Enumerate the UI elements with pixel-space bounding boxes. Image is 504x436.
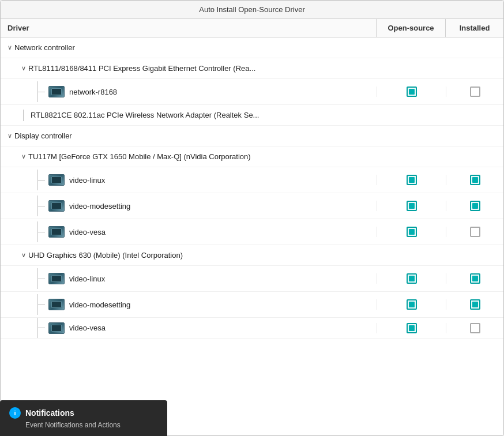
col-opensource: Open-source (377, 19, 446, 37)
uhd630-label: UHD Graphics 630 (Mobile) (Intel Corpora… (28, 251, 183, 260)
driver-row-video-vesa-nvidia: video-vesa (1, 219, 503, 245)
driver-icon-video-modesetting-intel (48, 299, 65, 310)
tu117m-label: TU117M [GeForce GTX 1650 Mobile / Max-Q]… (28, 152, 251, 161)
category-row-network: ∨ Network controller (1, 37, 503, 58)
network-controller-label: Network controller (14, 43, 75, 52)
driver-label-video-modesetting-intel: video-modesetting (69, 300, 130, 309)
driver-row-video-modesetting-intel: video-modesetting (1, 292, 503, 318)
checkbox-installed-video-vesa-nvidia[interactable] (470, 227, 480, 237)
checkbox-opensource-video-vesa-intel[interactable] (407, 323, 417, 333)
driver-icon-video-linux-nvidia (48, 174, 65, 186)
notification-title-row: i Notifications (9, 407, 158, 419)
chevron-tu117m[interactable]: ∨ (19, 153, 28, 160)
driver-icon-video-vesa-nvidia (48, 226, 65, 238)
notification-bar[interactable]: i Notifications Event Notifications and … (0, 400, 167, 436)
driver-row-network-r8168: network-r8168 (1, 79, 503, 105)
driver-label-video-modesetting-nvidia: video-modesetting (69, 202, 130, 211)
checkbox-opensource-video-modesetting-nvidia[interactable] (407, 201, 417, 211)
rtl8111-label: RTL8111/8168/8411 PCI Express Gigabit Et… (28, 64, 255, 73)
driver-icon-video-linux-intel (48, 273, 65, 284)
driver-icon-video-vesa-intel (48, 322, 65, 334)
checkbox-opensource-video-modesetting-intel[interactable] (407, 299, 417, 310)
display-controller-label: Display controller (14, 131, 72, 140)
subcategory-row-uhd630: ∨ UHD Graphics 630 (Mobile) (Intel Corpo… (1, 245, 503, 266)
rtl8821-label: RTL8821CE 802.11ac PCIe Wireless Network… (31, 111, 259, 119)
chevron-rtl8111[interactable]: ∨ (19, 65, 28, 72)
main-window: Auto Install Open-Source Driver Driver O… (0, 0, 504, 436)
table-header: Driver Open-source Installed (1, 19, 503, 37)
driver-row-video-linux-nvidia: video-linux (1, 167, 503, 193)
driver-label-video-linux-nvidia: video-linux (69, 176, 105, 185)
notification-subtitle: Event Notifications and Actions (25, 421, 158, 429)
driver-row-video-vesa-intel: video-vesa (1, 318, 503, 339)
checkbox-installed-r8168[interactable] (470, 87, 480, 97)
chevron-uhd630[interactable]: ∨ (19, 251, 28, 259)
subcategory-row-tu117m: ∨ TU117M [GeForce GTX 1650 Mobile / Max-… (1, 146, 503, 167)
driver-label-network-r8168: network-r8168 (69, 88, 117, 96)
checkbox-installed-video-vesa-intel[interactable] (470, 323, 480, 333)
category-row-display: ∨ Display controller (1, 126, 503, 146)
chevron-display[interactable]: ∨ (5, 132, 14, 140)
driver-row-video-modesetting-nvidia: video-modesetting (1, 193, 503, 219)
title-bar: Auto Install Open-Source Driver (1, 1, 503, 19)
driver-label-video-vesa-intel: video-vesa (69, 324, 106, 332)
driver-list: ∨ Network controller ∨ RTL8111/8168/8411… (1, 37, 503, 435)
subcategory-row-rtl8821: RTL8821CE 802.11ac PCIe Wireless Network… (1, 105, 503, 126)
driver-row-video-linux-intel: video-linux (1, 266, 503, 292)
checkbox-installed-video-linux-nvidia[interactable] (470, 175, 480, 185)
checkbox-opensource-video-linux-intel[interactable] (407, 273, 417, 284)
checkbox-opensource-r8168[interactable] (407, 87, 417, 97)
checkbox-opensource-video-linux-nvidia[interactable] (407, 175, 417, 185)
col-driver: Driver (1, 19, 377, 37)
notification-title-text: Notifications (25, 408, 74, 418)
driver-label-video-vesa-nvidia: video-vesa (69, 228, 106, 236)
checkbox-installed-video-modesetting-nvidia[interactable] (470, 201, 480, 211)
notification-icon: i (9, 407, 21, 419)
checkbox-installed-video-linux-intel[interactable] (470, 273, 480, 284)
driver-label-video-linux-intel: video-linux (69, 275, 105, 283)
chevron-network[interactable]: ∨ (5, 44, 14, 51)
subcategory-row-rtl8111: ∨ RTL8111/8168/8411 PCI Express Gigabit … (1, 58, 503, 79)
driver-icon-video-modesetting-nvidia (48, 200, 65, 212)
checkbox-installed-video-modesetting-intel[interactable] (470, 299, 480, 310)
checkbox-opensource-video-vesa-nvidia[interactable] (407, 227, 417, 237)
col-installed: Installed (446, 19, 503, 37)
window-title: Auto Install Open-Source Driver (199, 5, 305, 14)
driver-icon-network-r8168 (48, 86, 65, 97)
